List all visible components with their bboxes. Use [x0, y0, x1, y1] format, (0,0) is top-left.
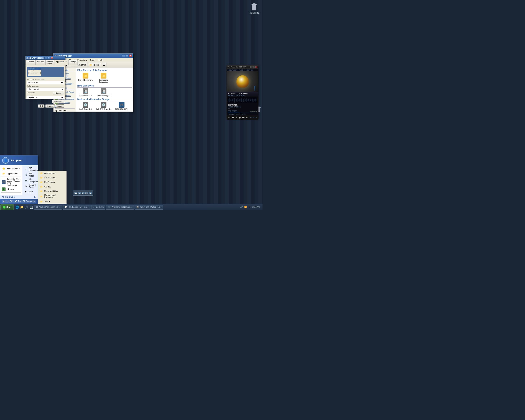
- sm-my-music[interactable]: 🎵 My Music: [23, 172, 37, 177]
- turn-off-btn[interactable]: ⏼ Turn Off Computer: [14, 200, 36, 203]
- dp-ok-btn[interactable]: OK: [38, 104, 45, 108]
- system-clock[interactable]: 6:00 AM: [252, 206, 261, 208]
- dp-effects-btn[interactable]: Effects...: [53, 92, 64, 95]
- tray-icon-2[interactable]: 📁: [20, 205, 24, 209]
- shared-documents-item[interactable]: 📁 Shared Documents: [77, 73, 94, 83]
- sampson-documents-item[interactable]: 📁 Sampson's Documents: [95, 73, 112, 83]
- prog-applications-icon: 📁: [40, 176, 43, 179]
- mt-stop-btn[interactable]: ■: [78, 192, 81, 194]
- taskbar-item-wd[interactable]: 🎵 [WD] sava beNoquen...: [106, 205, 134, 210]
- mp-next-btn[interactable]: ⏭: [242, 116, 245, 119]
- mp-close[interactable]: ✕: [255, 66, 257, 68]
- tray-icon-4[interactable]: 💻: [29, 205, 33, 209]
- taskbar-item-filesharing[interactable]: 💬 FileSharing Talk - Gre...: [63, 205, 91, 210]
- media-player: The Pirate Bay DEFAULT ─ □ ✕ ■ EQUALISER…: [227, 65, 258, 119]
- dp-font-size-select[interactable]: Regular UI: [27, 96, 64, 99]
- mp-pause-btn[interactable]: ⏸: [235, 116, 238, 119]
- prog-ms-office[interactable]: 📁 Microsoft Office: [38, 189, 66, 193]
- file-sharing-item[interactable]: 💾 File Sharing (G:): [95, 88, 112, 97]
- recycle-bin-icon: [250, 2, 258, 11]
- dvd-rw-item[interactable]: 💿 DVD-RW Drive (E:): [95, 102, 112, 110]
- prog-games[interactable]: 📁 Games: [38, 184, 66, 189]
- views-btn[interactable]: ☰: [102, 63, 106, 67]
- svg-rect-46: [241, 98, 242, 102]
- mp-default-btn[interactable]: DEFAULT: [249, 116, 257, 119]
- mp-stop-btn[interactable]: ⏹: [232, 116, 234, 119]
- clock-time: 6:00 AM: [252, 206, 260, 208]
- dp-cancel-btn[interactable]: Cancel: [45, 104, 55, 108]
- sm-run[interactable]: ▶ Run...: [23, 189, 37, 194]
- sm-my-computer[interactable]: 💻 My Computer: [23, 177, 37, 183]
- dvd-drive-item[interactable]: 💿 DVD Drive (D:): [77, 102, 94, 110]
- mp-prev-btn[interactable]: ⏮: [228, 116, 231, 119]
- mp-eq-btn[interactable]: EQ: [228, 110, 231, 112]
- tray-sound[interactable]: 📶: [244, 205, 247, 209]
- taskbar-item-jeff[interactable]: 🎬 Janur_Jeff Walker - Sa...: [134, 205, 163, 210]
- mt-forward-btn[interactable]: ▶▶: [85, 192, 88, 194]
- mt-play-btn[interactable]: ▶: [82, 192, 84, 194]
- tray-icon-1[interactable]: 🌐: [15, 205, 19, 209]
- my-computer-titlebar[interactable]: 🖥 My Computer ─ □ ✕: [54, 54, 133, 58]
- details-label: My Computer: [55, 110, 75, 112]
- dp-advanced-btn[interactable]: Advanced: [52, 100, 64, 103]
- sm-applications[interactable]: 📁 Applications: [1, 171, 21, 176]
- tray-icon-3[interactable]: 🎵: [24, 205, 28, 209]
- tab-screensaver[interactable]: Screen Saver: [46, 60, 55, 65]
- log-off-btn[interactable]: ⏻ Log Off: [2, 200, 14, 203]
- all-programs-btn[interactable]: All Programs ▶: [0, 195, 38, 199]
- dvd-drive-label: DVD Drive (D:): [79, 108, 92, 110]
- taskbar-open-items: 🖼 Adobe Photoshop CS... 💬 FileSharing Ta…: [34, 205, 238, 210]
- recycle-bin[interactable]: Recycle Bin: [249, 2, 259, 14]
- prog-rarely-used[interactable]: 📁 Rarely Used Programs: [38, 193, 66, 199]
- tray-shield[interactable]: 🛡: [248, 205, 251, 209]
- sm-utorrent[interactable]: ⬇ uTorrent: [1, 187, 21, 192]
- menu-help[interactable]: Help: [98, 59, 104, 61]
- dp-minimize-btn[interactable]: ─: [45, 56, 47, 59]
- mp-maximize[interactable]: □: [253, 66, 255, 68]
- tab-appearance[interactable]: Appearance: [55, 60, 68, 65]
- prog-accessories[interactable]: 📁 Accessories: [38, 171, 66, 175]
- menu-tools[interactable]: Tools: [89, 59, 96, 61]
- mp-eject-btn[interactable]: ⏏: [246, 116, 248, 119]
- tab-themes[interactable]: Themes: [26, 60, 36, 65]
- svg-rect-2: [253, 3, 255, 4]
- sm-cod4[interactable]: 🎮 Call of Duty® 4 - Modern Warfare (MP) …: [1, 177, 21, 187]
- sm-new-start[interactable]: 🌟 New Start/start: [1, 166, 21, 171]
- mt-eject-btn[interactable]: ⏏: [89, 192, 92, 194]
- prog-msoffice-icon: 📁: [40, 189, 43, 193]
- mp-info-btn[interactable]: INFO: [232, 110, 237, 112]
- prog-startup[interactable]: 📁 Startup: [38, 199, 66, 204]
- dp-close-btn[interactable]: ✕: [51, 56, 53, 59]
- dp-maximize-btn[interactable]: □: [47, 56, 50, 59]
- taskbar-item-photoshop[interactable]: 🖼 Adobe Photoshop CS...: [34, 205, 62, 210]
- local-disk-item[interactable]: 💾 Local Disk (C:): [77, 88, 94, 97]
- svg-rect-66: [250, 99, 250, 102]
- mp-minimize[interactable]: ─: [250, 66, 253, 68]
- bioshock-item[interactable]: 🎮 BIOSHOCK (F:): [113, 102, 130, 110]
- tab-settings[interactable]: Settings: [68, 60, 78, 65]
- menu-favorites[interactable]: Favorites: [76, 59, 87, 61]
- display-props-titlebar[interactable]: Display Properties ─ □ ✕: [26, 56, 65, 60]
- sm-my-documents[interactable]: 📄 My Documents: [23, 166, 37, 172]
- mp-titlebar[interactable]: The Pirate Bay DEFAULT ─ □ ✕: [227, 65, 258, 69]
- prog-accessories-icon: 📁: [40, 171, 43, 175]
- mp-play-btn[interactable]: ▶: [239, 116, 241, 119]
- taskbar-item-utorrent[interactable]: ⬇ utor5.dib: [91, 205, 105, 210]
- prog-applications[interactable]: 📁 Applications: [38, 175, 66, 180]
- mt-rewind-btn[interactable]: ◀◀: [74, 192, 77, 194]
- turn-off-icon: ⏼: [15, 200, 17, 202]
- dp-apply-btn[interactable]: Apply: [56, 104, 64, 108]
- mp-vol-slider[interactable]: [253, 86, 257, 91]
- start-button[interactable]: Start: [0, 204, 14, 210]
- dp-color-scheme-select[interactable]: Silver Normal: [27, 88, 64, 91]
- sm-control-panel[interactable]: ⚙ Control Panel: [23, 183, 37, 189]
- close-btn[interactable]: ✕: [129, 54, 132, 57]
- folders-btn[interactable]: 📁 Folders: [88, 63, 101, 67]
- maximize-btn[interactable]: □: [125, 54, 129, 57]
- minimize-btn[interactable]: ─: [122, 54, 125, 57]
- prog-filesharing[interactable]: 📁 FileSharing: [38, 180, 66, 184]
- dp-effects-container: Effects...: [53, 92, 64, 96]
- tab-desktop[interactable]: Desktop: [36, 60, 46, 65]
- tray-network[interactable]: 🔊: [240, 205, 243, 209]
- dp-windows-buttons-select[interactable]: Windows XP: [27, 81, 64, 84]
